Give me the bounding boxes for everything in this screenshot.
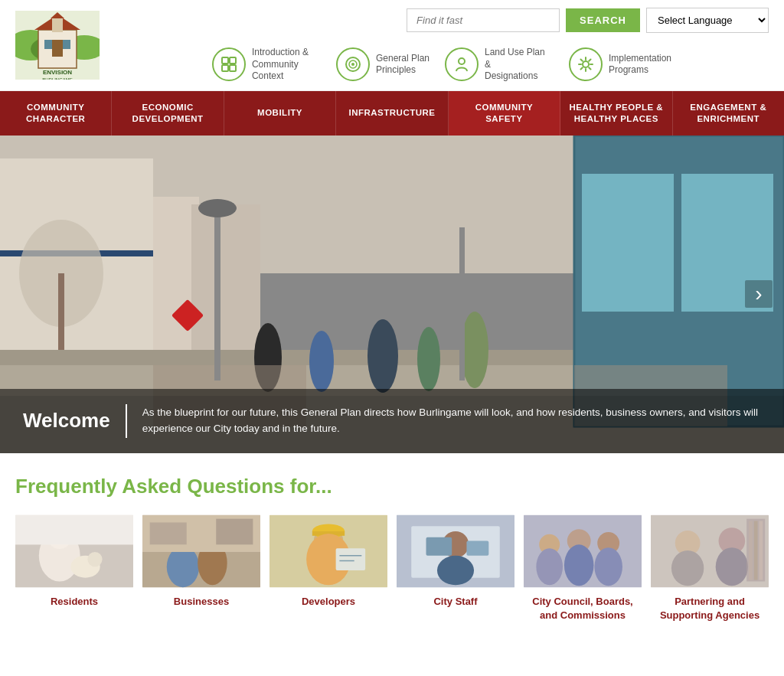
svg-rect-9 [44,40,52,49]
developers-photo [270,514,387,589]
residents-label: Residents [51,595,98,609]
businesses-label: Businesses [174,595,229,609]
main-nav: COMMUNITYCHARACTER ECONOMICDEVELOPMENT M… [0,91,784,136]
svg-rect-15 [230,57,236,64]
header-center: SEARCH Select Language Spanish Chinese F… [115,8,769,83]
svg-text:ENVISION: ENVISION [43,69,72,76]
nav-intro[interactable]: Introduction &Community Context [212,47,321,83]
svg-rect-98 [759,521,763,580]
svg-rect-80 [466,540,488,555]
person-icon [453,56,470,73]
partnering-photo [651,514,769,589]
intro-icon-circle [212,47,246,81]
svg-rect-10 [63,40,70,49]
faq-card-city-council[interactable]: City Council, Boards, and Commissions [524,514,642,622]
svg-rect-43 [214,212,220,380]
svg-point-78 [437,555,474,585]
svg-point-59 [167,546,199,587]
businesses-image [142,514,260,589]
nav-landuse[interactable]: Land Use Plan &Designations [445,47,554,83]
svg-point-37 [368,319,398,393]
faq-cards: Residents Businesses [15,514,769,622]
faq-card-partnering[interactable]: Partnering and Supporting Agencies [651,514,769,622]
svg-rect-79 [426,537,452,555]
nav-principles[interactable]: General PlanPrinciples [336,47,430,81]
svg-point-36 [309,331,334,392]
developers-image [270,514,387,589]
developers-label: Developers [302,595,355,609]
svg-rect-11 [52,40,63,57]
city-staff-image [397,514,514,589]
svg-rect-14 [222,57,228,64]
svg-point-21 [459,58,465,64]
nav-engagement[interactable]: ENGAGEMENT &ENRICHMENT [673,91,784,136]
faq-section: Frequently Asked Questions for... Resi [0,453,784,638]
faq-card-residents[interactable]: Residents [15,514,133,622]
hero-divider [126,404,127,438]
residents-image [15,514,133,589]
implementation-label: ImplementationPrograms [609,53,671,77]
svg-point-54 [87,552,102,567]
svg-rect-97 [754,521,758,580]
logo-area: ENVISION BURLINGAME [15,11,115,80]
header-top-row: SEARCH Select Language Spanish Chinese F… [115,8,769,33]
svg-rect-64 [216,518,253,544]
svg-point-39 [461,312,488,388]
faq-card-city-staff[interactable]: City Staff [397,514,514,622]
hero-next-button[interactable]: › [745,280,773,308]
nav-economic-development[interactable]: ECONOMICDEVELOPMENT [112,91,224,136]
hero-caption-text: As the blueprint for our future, this Ge… [142,405,761,436]
nav-infrastructure[interactable]: INFRASTRUCTURE [336,91,448,136]
svg-rect-17 [230,65,236,71]
logo-icon: ENVISION BURLINGAME [15,11,100,80]
principles-icon-circle [336,47,370,81]
faq-card-developers[interactable]: Developers [270,514,387,622]
nav-icons-row: Introduction &Community Context General … [212,47,671,83]
city-staff-photo [397,514,514,589]
city-staff-label: City Staff [433,595,477,609]
city-council-label: City Council, Boards, and Commissions [524,595,642,622]
svg-rect-55 [15,514,133,544]
svg-rect-7 [52,18,63,32]
language-select[interactable]: Select Language Spanish Chinese French [646,8,769,33]
search-button[interactable]: SEARCH [566,8,640,32]
svg-rect-96 [749,521,753,580]
nav-community-safety[interactable]: COMMUNITYSAFETY [449,91,560,136]
svg-point-22 [583,61,589,67]
businesses-photo [142,514,260,589]
faq-card-businesses[interactable]: Businesses [142,514,260,622]
faq-title: Frequently Asked Questions for... [15,475,769,498]
intro-label: Introduction &Community Context [252,47,321,83]
nav-community-character[interactable]: COMMUNITYCHARACTER [0,91,112,136]
svg-rect-88 [524,514,642,586]
svg-rect-73 [270,514,387,586]
residents-photo [15,514,133,589]
hero-caption: Welcome As the blueprint for our future,… [0,389,784,453]
header: ENVISION BURLINGAME SEARCH Select Langua… [0,0,784,91]
partnering-image [651,514,769,589]
svg-rect-47 [58,273,64,350]
hero-title: Welcome [23,409,110,433]
partnering-label: Partnering and Supporting Agencies [651,595,769,622]
svg-rect-33 [582,174,674,312]
hero-section: › Welcome As the blueprint for our futur… [0,136,784,453]
landuse-icon-circle [445,47,479,81]
gear-icon [577,56,594,73]
svg-point-44 [198,199,237,217]
nav-implementation[interactable]: ImplementationPrograms [569,47,671,81]
nav-mobility[interactable]: MOBILITY [224,91,336,136]
search-input[interactable] [407,8,560,32]
nav-healthy-people[interactable]: HEALTHY PEOPLE &HEALTHY PLACES [560,91,672,136]
landuse-label: Land Use Plan &Designations [485,47,554,83]
city-council-image [524,514,642,589]
svg-point-38 [417,327,440,391]
svg-point-20 [351,63,354,66]
grid-icon [220,56,237,73]
svg-rect-63 [150,522,187,544]
target-icon [345,56,361,73]
svg-text:BURLINGAME: BURLINGAME [42,77,73,80]
svg-rect-16 [222,65,228,71]
principles-label: General PlanPrinciples [376,53,430,77]
city-council-photo [524,514,642,589]
implementation-icon-circle [569,47,603,81]
